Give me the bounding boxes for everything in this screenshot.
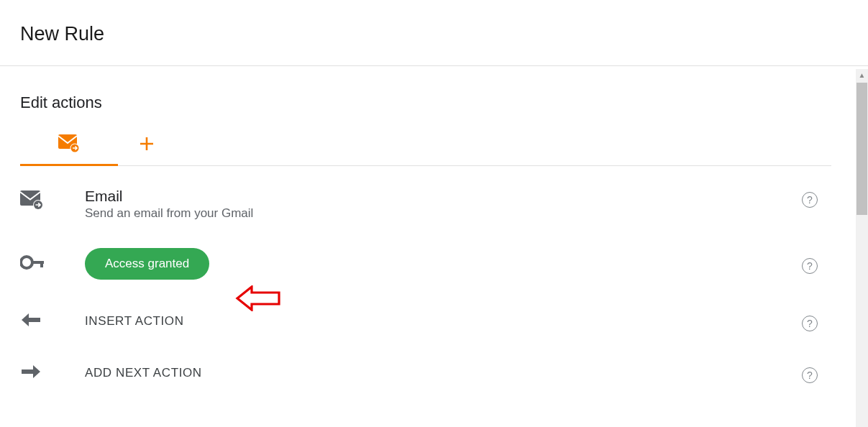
svg-point-6 — [21, 257, 32, 268]
tabs-row — [20, 125, 831, 166]
add-next-action-help-col: ? — [788, 363, 831, 383]
arrow-right-icon — [20, 364, 42, 382]
section-title: Edit actions — [20, 66, 851, 125]
content-area: Edit actions — [0, 66, 851, 383]
key-icon — [20, 255, 46, 272]
insert-action-body: INSERT ACTION — [85, 314, 788, 329]
scrollbar-arrow-up-icon[interactable]: ▲ — [856, 69, 868, 81]
email-action-subtitle: Send an email from your Gmail — [85, 206, 788, 221]
add-next-action-icon-col — [20, 364, 85, 382]
svg-rect-8 — [40, 261, 43, 267]
access-granted-badge[interactable]: Access granted — [85, 248, 209, 280]
email-action-help-col: ? — [788, 188, 831, 208]
help-icon[interactable]: ? — [802, 367, 818, 383]
add-next-action-body: ADD NEXT ACTION — [85, 366, 788, 380]
insert-action-help-col: ? — [788, 311, 831, 331]
help-icon[interactable]: ? — [802, 258, 818, 274]
arrow-left-icon — [20, 313, 42, 330]
email-send-gray-icon — [20, 190, 43, 214]
plus-icon — [139, 136, 155, 155]
email-action-row: Email Send an email from your Gmail ? — [20, 166, 831, 221]
email-send-icon — [58, 134, 80, 156]
insert-action-icon-col — [20, 313, 85, 330]
help-icon[interactable]: ? — [802, 316, 818, 331]
access-row: Access granted ? — [20, 221, 831, 280]
access-body: Access granted — [85, 248, 788, 280]
access-help-col: ? — [788, 254, 831, 274]
tab-add[interactable] — [118, 125, 175, 165]
tab-email-action[interactable] — [20, 125, 118, 165]
access-icon-col — [20, 255, 85, 272]
add-next-action-row[interactable]: ADD NEXT ACTION ? — [20, 331, 831, 383]
scrollbar-thumb[interactable] — [856, 83, 867, 215]
insert-action-label: INSERT ACTION — [85, 314, 184, 329]
email-action-title: Email — [85, 188, 788, 206]
email-action-icon-col — [20, 188, 85, 214]
email-action-body: Email Send an email from your Gmail — [85, 188, 788, 221]
add-next-action-label: ADD NEXT ACTION — [85, 366, 202, 380]
help-icon[interactable]: ? — [802, 192, 818, 208]
page-title: New Rule — [0, 0, 868, 65]
insert-action-row[interactable]: INSERT ACTION ? — [20, 280, 831, 331]
